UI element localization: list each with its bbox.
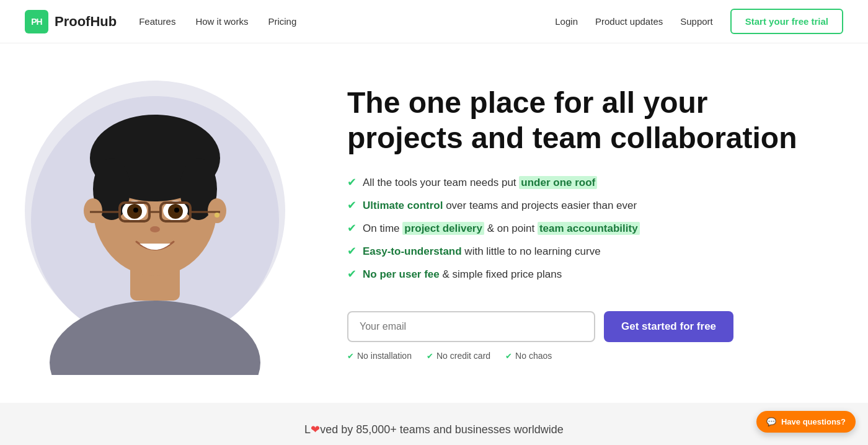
cta-row: Get started for free [347,311,818,342]
hero-person-image [22,59,288,375]
check-icon-1: ✔ [347,174,356,191]
check-icon-5: ✔ [347,266,356,283]
hero-section: The one place for all your projects and … [0,43,868,403]
trusted-section: L❤ved by 85,000+ teams and businesses wo… [0,403,868,445]
nav-right: Login Product updates Support Start your… [555,9,843,34]
hero-title: The one place for all your projects and … [347,86,818,156]
nav-support[interactable]: Support [680,16,713,27]
chat-bubble[interactable]: 💬 Have questions? [756,411,856,433]
chat-bubble-icon: 💬 [766,417,776,426]
nav-features[interactable]: Features [139,16,175,27]
feature-item-5: ✔ No per user fee & simple fixed price p… [347,266,818,283]
svg-point-8 [208,198,226,223]
email-input[interactable] [347,311,595,342]
check-icon-3: ✔ [347,220,356,237]
svg-point-13 [133,208,138,213]
nav-links: Features How it works Pricing [139,16,296,27]
svg-point-14 [174,208,179,213]
feature-item-4: ✔ Easy-to-understand with little to no l… [347,243,818,260]
nav-product-updates[interactable]: Product updates [595,16,663,27]
logo-initials: PH [31,17,42,27]
svg-point-7 [84,198,102,223]
get-started-button[interactable]: Get started for free [604,311,733,342]
chat-bubble-label: Have questions? [781,417,846,426]
check-icon-2: ✔ [347,197,356,214]
logo-name: ProofHub [55,14,117,30]
svg-point-20 [150,226,160,232]
logo-link[interactable]: PH ProofHub [25,10,117,33]
navbar: PH ProofHub Features How it works Pricin… [0,0,868,43]
badge-no-installation: ✔ No installation [347,351,412,361]
hero-image-area [0,43,310,378]
nav-pricing[interactable]: Pricing [268,16,296,27]
cta-badges: ✔ No installation ✔ No credit card ✔ No … [347,351,818,361]
badge-check-1: ✔ [347,351,354,361]
check-icon-4: ✔ [347,243,356,260]
badge-no-credit-card: ✔ No credit card [427,351,490,361]
hero-content: The one place for all your projects and … [310,43,843,378]
badge-no-chaos: ✔ No chaos [505,351,552,361]
feature-item-2: ✔ Ultimate control over teams and projec… [347,197,818,214]
nav-left: PH ProofHub Features How it works Pricin… [25,10,296,33]
feature-item-1: ✔ All the tools your team needs put unde… [347,174,818,191]
trusted-text: L❤ved by 85,000+ teams and businesses wo… [25,423,843,436]
nav-login[interactable]: Login [555,16,578,27]
svg-point-21 [215,213,219,218]
badge-check-3: ✔ [505,351,512,361]
feature-item-3: ✔ On time project delivery & on point te… [347,220,818,237]
start-trial-button[interactable]: Start your free trial [730,9,843,34]
nav-how-it-works[interactable]: How it works [195,16,248,27]
heart-icon: ❤ [311,423,320,436]
feature-list: ✔ All the tools your team needs put unde… [347,174,818,289]
logo-icon: PH [25,10,48,33]
badge-check-2: ✔ [427,351,433,361]
